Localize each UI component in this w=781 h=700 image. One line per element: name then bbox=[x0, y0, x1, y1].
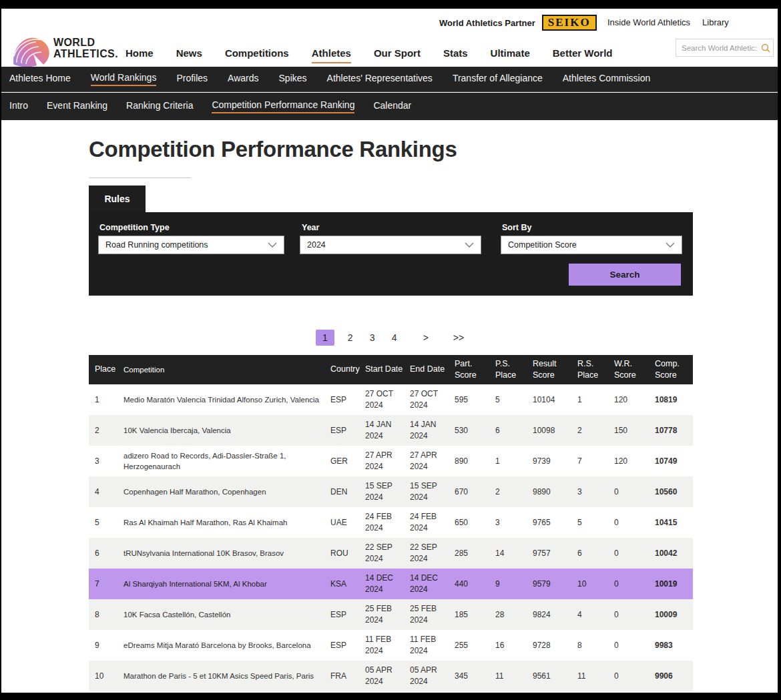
search-input[interactable] bbox=[676, 44, 758, 52]
cell-wr_score: 120 bbox=[614, 456, 655, 467]
main-nav: HomeNewsCompetitionsAthletesOur SportSta… bbox=[125, 47, 613, 63]
subnav-profiles[interactable]: Profiles bbox=[176, 73, 208, 85]
cell-place: 2 bbox=[95, 425, 123, 436]
sort-by-select[interactable]: Competition Score bbox=[501, 236, 682, 254]
cell-ps_place: 2 bbox=[495, 486, 533, 498]
subnav-world-rankings[interactable]: World Rankings bbox=[91, 72, 157, 86]
cell-place: 4 bbox=[95, 486, 123, 498]
cell-comp_score: 10778 bbox=[655, 425, 693, 436]
table-row-8[interactable]: 810K Facsa Castellón, CastellónESP25 FEB… bbox=[89, 599, 693, 630]
subnav-awards[interactable]: Awards bbox=[228, 73, 258, 85]
world-athletics-logo-icon[interactable] bbox=[12, 35, 51, 70]
sectionnav-ranking-criteria[interactable]: Ranking Criteria bbox=[126, 100, 193, 113]
pagination-page-4[interactable]: 4 bbox=[388, 330, 401, 346]
pagination-page-3[interactable]: 3 bbox=[366, 330, 378, 346]
nav-our-sport[interactable]: Our Sport bbox=[374, 47, 421, 63]
cell-place: 1 bbox=[95, 394, 123, 406]
cell-competition: eDreams Mitja Marató Barcelona by Brooks… bbox=[123, 640, 330, 651]
subnav-athletes-representatives[interactable]: Athletes' Representatives bbox=[327, 73, 433, 85]
table-row-1[interactable]: 1Medio Maratón Valencia Trinidad Alfonso… bbox=[89, 384, 693, 415]
table-row-3[interactable]: 3adizero Road to Records, Adi-Dassler-St… bbox=[89, 446, 693, 476]
cell-competition: Medio Maratón Valencia Trinidad Alfonso … bbox=[123, 394, 330, 405]
nav-athletes[interactable]: Athletes bbox=[312, 47, 351, 63]
sectionnav-competition-performance-ranking[interactable]: Competition Performance Ranking bbox=[212, 99, 354, 113]
cell-start_date: 14 JAN 2024 bbox=[365, 419, 410, 442]
table-row-10[interactable]: 10Marathon de Paris - 5 et 10KM Asics Sp… bbox=[89, 661, 693, 691]
nav-news[interactable]: News bbox=[176, 47, 202, 63]
year-value: 2024 bbox=[307, 240, 326, 250]
top-links: Inside World Athletics Library bbox=[607, 17, 729, 27]
cell-competition: Copenhagen Half Marathon, Copenhagen bbox=[123, 486, 330, 497]
table-row-7[interactable]: 7Al Sharqiyah International 5KM, Al Khob… bbox=[89, 569, 693, 599]
cell-comp_score: 10042 bbox=[655, 548, 693, 559]
cell-competition: adizero Road to Records, Adi-Dassler-Str… bbox=[123, 450, 330, 472]
title-underline bbox=[89, 178, 191, 178]
cell-result_score: 9757 bbox=[533, 548, 577, 559]
subnav-athletes-commission[interactable]: Athletes Commission bbox=[563, 73, 651, 85]
column-header-place: Place bbox=[95, 364, 123, 376]
chevron-down-icon bbox=[465, 240, 474, 250]
nav-home[interactable]: Home bbox=[125, 47, 154, 63]
cell-place: 10 bbox=[95, 671, 123, 682]
pagination-page-2[interactable]: 2 bbox=[344, 330, 356, 346]
column-header-part_score: Part. Score bbox=[455, 358, 495, 382]
table-row-5[interactable]: 5Ras Al Khaimah Half Marathon, Ras Al Kh… bbox=[89, 507, 693, 538]
pagination-last[interactable]: >> bbox=[451, 330, 466, 346]
column-header-comp_score: Comp. Score bbox=[655, 358, 693, 382]
sectionnav-calendar[interactable]: Calendar bbox=[373, 100, 411, 113]
subnav-spikes[interactable]: Spikes bbox=[279, 73, 307, 85]
nav-stats[interactable]: Stats bbox=[443, 47, 468, 63]
cell-result_score: 9579 bbox=[533, 579, 577, 590]
cell-result_score: 9765 bbox=[533, 517, 577, 529]
sectionnav-event-ranking[interactable]: Event Ranking bbox=[47, 100, 107, 113]
brand-wordmark[interactable]: WORLD ATHLETICS. bbox=[53, 37, 118, 60]
cell-rs_place: 6 bbox=[577, 548, 614, 559]
table-row-4[interactable]: 4Copenhagen Half Marathon, CopenhagenDEN… bbox=[89, 476, 693, 507]
nav-better-world[interactable]: Better World bbox=[553, 47, 613, 63]
cell-start_date: 24 FEB 2024 bbox=[365, 511, 410, 534]
cell-wr_score: 0 bbox=[614, 548, 655, 559]
table-row-9[interactable]: 9eDreams Mitja Marató Barcelona by Brook… bbox=[89, 630, 693, 661]
cell-ps_place: 3 bbox=[495, 517, 533, 529]
table-row-6[interactable]: 6tRUNsylvania International 10K Brasov, … bbox=[89, 538, 693, 569]
cell-comp_score: 10749 bbox=[655, 456, 693, 467]
cell-place: 5 bbox=[95, 517, 123, 529]
cell-comp_score: 10009 bbox=[655, 609, 693, 621]
seiko-logo[interactable]: SEIKO bbox=[542, 15, 597, 31]
table-row-2[interactable]: 210K Valencia Ibercaja, ValenciaESP14 JA… bbox=[89, 415, 693, 446]
cell-result_score: 9561 bbox=[533, 671, 577, 682]
cell-wr_score: 0 bbox=[614, 671, 655, 682]
cell-place: 9 bbox=[95, 640, 123, 651]
nav-competitions[interactable]: Competitions bbox=[225, 47, 289, 63]
column-header-rs_place: R.S. Place bbox=[577, 358, 614, 382]
table-body: 1Medio Maratón Valencia Trinidad Alfonso… bbox=[89, 384, 693, 691]
sectionnav-intro[interactable]: Intro bbox=[9, 100, 28, 113]
cell-country: ESP bbox=[330, 609, 365, 621]
cell-ps_place: 9 bbox=[495, 579, 533, 590]
pagination-page-1[interactable]: 1 bbox=[316, 330, 334, 346]
tab-rules[interactable]: Rules bbox=[89, 186, 146, 212]
cell-end_date: 11 FEB 2024 bbox=[410, 634, 455, 657]
cell-result_score: 9739 bbox=[533, 456, 577, 467]
cell-wr_score: 150 bbox=[614, 425, 655, 436]
subnav-transfer-of-allegiance[interactable]: Transfer of Allegiance bbox=[453, 73, 543, 85]
competition-type-value: Road Running competitions bbox=[105, 240, 208, 250]
inside-world-athletics-link[interactable]: Inside World Athletics bbox=[607, 17, 690, 27]
year-select[interactable]: 2024 bbox=[300, 236, 481, 254]
cell-competition: Al Sharqiyah International 5KM, Al Khoba… bbox=[123, 579, 330, 589]
library-link[interactable]: Library bbox=[702, 17, 729, 27]
partner-label: World Athletics Partner bbox=[439, 18, 535, 28]
cell-country: DEN bbox=[330, 486, 365, 498]
filter-search-button[interactable]: Search bbox=[569, 264, 681, 286]
search-icon[interactable] bbox=[758, 43, 773, 53]
cell-result_score: 9728 bbox=[533, 640, 577, 651]
cell-start_date: 11 FEB 2024 bbox=[365, 634, 410, 657]
nav-ultimate[interactable]: Ultimate bbox=[491, 47, 530, 63]
cell-end_date: 24 FEB 2024 bbox=[410, 511, 455, 534]
pagination-next[interactable]: > bbox=[420, 330, 432, 346]
competition-type-select[interactable]: Road Running competitions bbox=[98, 236, 284, 254]
cell-part_score: 255 bbox=[455, 640, 495, 651]
subnav-athletes-home[interactable]: Athletes Home bbox=[9, 73, 71, 85]
cell-start_date: 25 FEB 2024 bbox=[365, 603, 410, 626]
cell-competition: Ras Al Khaimah Half Marathon, Ras Al Kha… bbox=[123, 517, 330, 528]
